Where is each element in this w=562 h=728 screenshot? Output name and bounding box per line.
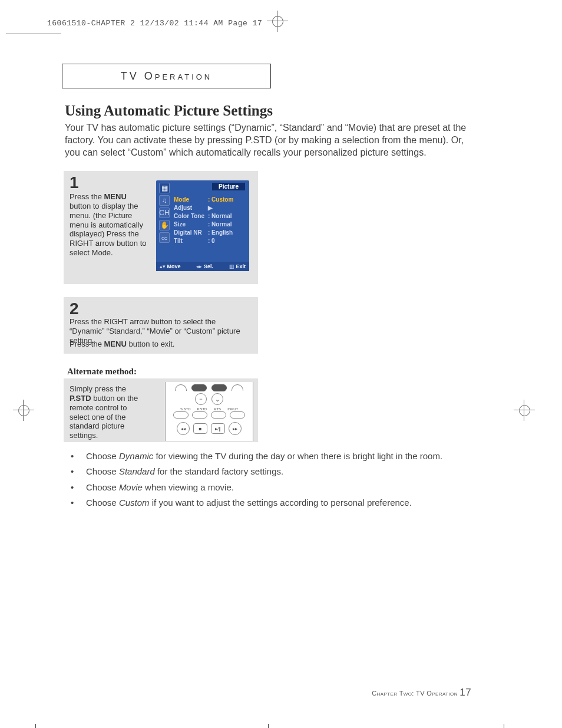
osd-row-digital-nr: Digital NR: English — [174, 229, 244, 237]
remote-button-pstd — [192, 411, 207, 419]
step-1-pre: Press the — [70, 192, 104, 201]
alternate-method-heading: Alternate method: — [67, 367, 137, 377]
label-mts: MTS — [213, 407, 221, 411]
page-title: Using Automatic Picture Settings — [65, 103, 273, 119]
step-1-bold: MENU — [104, 192, 127, 201]
function-icon: ✋ — [159, 220, 170, 230]
remote-control-diagram: － ⌄ S.STD P.STD MTS INPUT ◂◂ ■ ▸/‖ ▸▸ — [165, 382, 253, 441]
registration-mark-icon — [270, 14, 285, 28]
remote-button-minus: － — [195, 393, 207, 405]
page-footer: Chapter Two: TV Operation 17 — [65, 687, 471, 699]
osd-exit: ▥ Exit — [229, 263, 246, 269]
intro-paragraph: Your TV has automatic picture settings (… — [65, 121, 471, 159]
print-header: 16061510-CHAPTER 2 12/13/02 11:44 AM Pag… — [47, 19, 262, 28]
alt-bold: P.STD — [70, 394, 91, 403]
osd-row-tilt: Tilt: 0 — [174, 237, 244, 245]
osd-row-adjust: Adjust▶ — [174, 204, 244, 212]
footer-page-number: 17 — [459, 687, 471, 698]
alt-pre: Simply press the — [70, 384, 126, 393]
osd-bottom-bar: ▴▾ Move ◂▸ Sel. ▥ Exit — [156, 262, 249, 271]
label-sstd: S.STD — [180, 407, 191, 411]
osd-move: ▴▾ Move — [160, 263, 181, 269]
remote-power-icon — [175, 384, 187, 391]
step-1-post: button to display the menu. (the Picture… — [70, 202, 147, 257]
cc-icon: ㏄ — [159, 232, 170, 243]
step-2-exit-text: Press the MENU button to exit. — [70, 340, 252, 348]
remote-button-sstd — [173, 411, 189, 419]
step-1-number: 1 — [70, 173, 79, 192]
bullet-item: •Choose Standard for the standard factor… — [71, 466, 471, 477]
bullet-item: •Choose Custom if you want to adjust the… — [71, 497, 471, 509]
remote-button-mts — [211, 411, 226, 419]
bullet-list: •Choose Dynamic for viewing the TV durin… — [71, 450, 471, 512]
play-pause-icon: ▸/‖ — [211, 423, 225, 434]
section-heading: TV Operation — [121, 70, 213, 83]
alternate-method-text: Simply press the P.STD button on the rem… — [70, 384, 146, 440]
trim-line — [6, 33, 61, 34]
footer-chapter: Chapter Two: TV Operation — [372, 690, 459, 697]
remote-button-input — [230, 411, 245, 419]
osd-menu-rows: Mode: Custom Adjust▶ Color Tone: Normal … — [174, 196, 244, 245]
osd-row-mode: Mode: Custom — [174, 196, 244, 204]
registration-mark-icon — [15, 402, 32, 419]
stop-icon: ■ — [193, 423, 207, 434]
step-2-exit-post: button to exit. — [127, 340, 175, 348]
step-2-number: 2 — [70, 299, 79, 318]
channel-icon: CH — [159, 207, 170, 218]
picture-icon: ▦ — [159, 183, 170, 193]
bullet-item: •Choose Dynamic for viewing the TV durin… — [71, 450, 471, 462]
remote-source-icon — [232, 384, 243, 391]
osd-title: Picture — [212, 183, 245, 190]
step-1-text: Press the MENU button to display the men… — [70, 192, 148, 258]
forward-icon: ▸▸ — [229, 422, 242, 435]
label-input: INPUT — [227, 407, 238, 411]
osd-row-size: Size: Normal — [174, 220, 244, 229]
sound-icon: ♫ — [159, 195, 170, 206]
step-2-exit-bold: MENU — [104, 340, 127, 348]
label-pstd: P.STD — [197, 407, 207, 411]
osd-row-color-tone: Color Tone: Normal — [174, 212, 244, 220]
osd-sidebar: ▦ ♫ CH ✋ ㏄ — [159, 183, 170, 245]
remote-button-chdown: ⌄ — [211, 393, 223, 405]
remote-button — [211, 384, 227, 391]
remote-button-labels: S.STD P.STD MTS INPUT — [166, 407, 253, 411]
remote-button — [191, 384, 207, 391]
section-heading-box: TV Operation — [62, 64, 271, 88]
rewind-icon: ◂◂ — [177, 422, 190, 435]
osd-picture-menu: Picture ▦ ♫ CH ✋ ㏄ Mode: Custom Adjust▶ … — [156, 180, 249, 271]
step-2-exit-pre: Press the — [70, 340, 104, 348]
registration-mark-icon — [516, 402, 533, 419]
osd-sel: ◂▸ Sel. — [196, 263, 213, 269]
bullet-item: •Choose Movie when viewing a movie. — [71, 482, 471, 493]
